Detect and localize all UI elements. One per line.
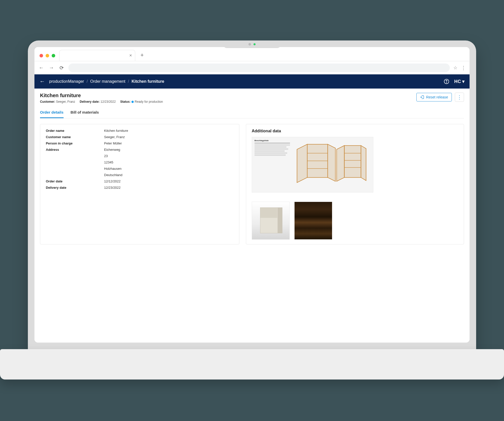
browser-menu-icon[interactable]: ⋮ [461,65,466,71]
breadcrumb-separator: / [128,79,129,84]
order-details-card: Order nameKitchen furniture Customer nam… [40,124,239,244]
customer-name-value: Seeger, Franz [104,135,125,139]
brand-menu[interactable]: HC ▾ [454,79,465,84]
tab-order-details[interactable]: Order details [40,108,64,118]
reset-release-label: Reset release [426,95,448,99]
page-title: Kitchen furniture [40,93,163,98]
browser-tabbar: × + [34,47,470,61]
app-back-button[interactable]: ← [40,78,45,85]
close-window-icon[interactable] [40,54,43,57]
page-tabs: Order details Bill of materials [40,108,464,118]
meta-customer-value: Seeger, Franz [56,100,75,103]
minimize-window-icon[interactable] [46,54,49,57]
order-name-label: Order name [46,129,104,133]
svg-marker-4 [328,144,335,181]
browser-tab[interactable]: × [59,50,135,61]
cabinet-drawing-icon [290,139,371,190]
svg-point-1 [446,82,447,83]
back-button[interactable]: ← [38,65,45,71]
laptop-frame: × + ← → ⟳ ☆ ⋮ ← productionManager / Orde… [28,40,476,349]
chevron-down-icon: ▾ [462,79,465,84]
customer-name-label: Customer name [46,135,104,139]
title-bar: Kitchen furniture Customer: Seeger, Fran… [40,93,464,103]
address-number: 23 [104,154,234,158]
thumbnail-cabinet-render[interactable] [252,202,290,240]
address-zip: 12345 [104,160,234,164]
order-date-label: Order date [46,179,104,183]
svg-marker-8 [337,145,344,181]
laptop-notch [223,40,281,48]
thumbnail-wood-texture[interactable] [294,202,332,240]
meta-status-value: Ready for production [135,100,163,103]
forward-button[interactable]: → [48,65,55,71]
tab-bill-of-materials[interactable]: Bill of materials [71,108,99,118]
svg-marker-9 [344,145,361,177]
svg-marker-2 [297,144,307,183]
more-actions-button[interactable]: ⋮ [455,93,464,102]
status-dot-icon [131,101,134,103]
camera-icon [248,43,251,46]
meta-status-label: Status: [120,100,131,103]
delivery-date-label: Delivery date [46,186,104,190]
order-name-value: Kitchen furniture [104,129,128,133]
breadcrumb-current: Kitchen furniture [132,79,164,84]
bookmark-icon[interactable]: ☆ [453,65,457,71]
led-icon [254,43,256,45]
additional-data-card: Additional data Beschlagsliste [246,124,464,244]
maximize-window-icon[interactable] [52,54,55,57]
meta-delivery-label: Delivery date: [80,100,100,103]
reset-release-button[interactable]: Reset release [416,93,452,101]
brand-label: HC [454,79,461,84]
reload-button[interactable]: ⟳ [58,65,65,71]
laptop-base [0,349,504,380]
address-country: Deutschland [104,173,234,177]
thumbnail-technical-drawing[interactable]: Beschlagsliste [252,137,373,193]
app-body: Kitchen furniture Customer: Seeger, Fran… [34,89,470,343]
app-header: ← productionManager / Order management /… [34,74,470,89]
order-date-value: 12/12/2022 [104,179,121,183]
breadcrumb-app[interactable]: productionManager [49,79,84,84]
close-tab-icon[interactable]: × [129,53,132,58]
address-street: Eichenweg [104,148,120,152]
screen: × + ← → ⟳ ☆ ⋮ ← productionManager / Orde… [34,47,470,343]
reset-icon [420,95,424,99]
doc-title: Beschlagsliste [255,139,269,142]
meta-delivery-value: 12/23/2022 [101,100,116,103]
svg-marker-10 [361,145,366,180]
additional-data-title: Additional data [252,129,458,133]
breadcrumb: productionManager / Order management / K… [49,79,164,84]
browser-toolbar: ← → ⟳ ☆ ⋮ [34,61,470,74]
help-icon[interactable] [443,78,450,85]
delivery-date-value: 12/23/2022 [104,186,121,190]
new-tab-button[interactable]: + [138,51,146,59]
address-city: Holzhausen [104,167,234,171]
person-in-charge-value: Peter Müller [104,141,122,145]
meta-customer-label: Customer: [40,100,55,103]
person-in-charge-label: Person in charge [46,141,104,145]
address-label: Address [46,148,104,152]
breadcrumb-separator: / [87,79,88,84]
page-meta: Customer: Seeger, Franz Delivery date: 1… [40,100,163,103]
url-input[interactable] [68,64,450,72]
window-controls [40,54,55,57]
breadcrumb-section[interactable]: Order management [90,79,125,84]
